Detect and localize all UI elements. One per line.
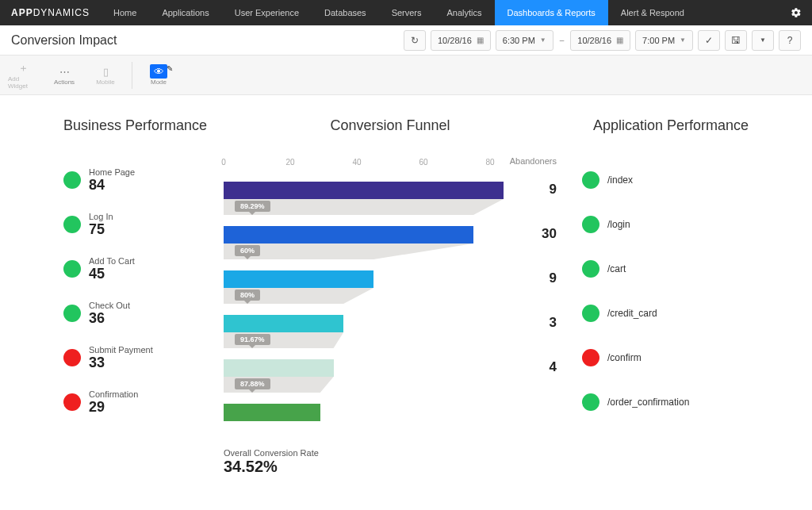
business-performance-title: Business Performance	[63, 117, 214, 134]
add-widget-label: Add Widget	[8, 75, 38, 90]
endpoint-row: /confirm	[582, 336, 749, 380]
stage-label: Submit Payment	[89, 345, 153, 355]
conversion-pct-badge: 60%	[235, 245, 260, 256]
logo-suffix: DYNAMICS	[33, 7, 90, 18]
status-dot	[63, 260, 81, 278]
gear-icon[interactable]	[780, 7, 812, 18]
funnel-stage: Log In 75	[63, 202, 214, 247]
mobile-button: ▯ Mobile	[90, 64, 121, 86]
chevron-down-icon: ▼	[760, 36, 766, 44]
actions-label: Actions	[54, 79, 75, 86]
abandoners-value: 4	[550, 359, 557, 375]
subheader: Conversion Impact ↻ 10/28/16 ▦ 6:30 PM ▼…	[0, 25, 812, 56]
start-date-picker[interactable]: 10/28/16 ▦	[431, 30, 491, 51]
start-time-picker[interactable]: 6:30 PM ▼	[496, 30, 553, 51]
application-performance-title: Application Performance	[582, 117, 749, 134]
status-dot	[582, 349, 599, 366]
refresh-button[interactable]: ↻	[404, 30, 426, 51]
more-menu-button[interactable]: ▼	[752, 30, 774, 51]
stage-value: 29	[89, 399, 138, 416]
endpoint-row: /cart	[582, 247, 749, 291]
funnel-stage: Add To Cart 45	[63, 247, 214, 291]
chevron-down-icon: ▼	[540, 36, 546, 44]
funnel-bar	[224, 226, 473, 243]
time-controls: ↻ 10/28/16 ▦ 6:30 PM ▼ – 10/28/16 ▦ 7:00…	[404, 30, 801, 51]
endpoint-row: /credit_card	[582, 291, 749, 336]
funnel-row: 80%9	[224, 259, 557, 304]
stage-label: Home Page	[89, 167, 135, 177]
endpoint-name: /confirm	[607, 352, 642, 363]
status-dot	[582, 216, 599, 233]
dashboard-toolbar: ＋ Add Widget ⋯ Actions ▯ Mobile 👁 Mode	[0, 56, 812, 95]
end-time-picker[interactable]: 7:00 PM ▼	[635, 30, 693, 51]
funnel-chart: Abandoners 89.29%960%3080%991.67%387.88%…	[224, 171, 557, 437]
conversion-pct-badge: 91.67%	[235, 334, 270, 345]
status-dot	[63, 349, 81, 366]
funnel-transition: 91.67%	[224, 332, 343, 348]
status-dot	[63, 305, 81, 322]
axis-tick: 80	[485, 158, 494, 167]
stage-value: 33	[89, 355, 153, 371]
save-icon: 🖫	[731, 35, 741, 46]
toolbar-divider	[132, 62, 132, 89]
status-dot	[63, 171, 81, 189]
nav-alert-respond[interactable]: Alert & Respond	[608, 0, 697, 25]
nav-analytics[interactable]: Analytics	[435, 0, 495, 25]
abandoners-value: 9	[550, 182, 557, 197]
mode-button[interactable]: 👁 Mode	[144, 64, 174, 86]
eye-icon: 👁	[150, 64, 167, 79]
business-performance-column: Business Performance Home Page 84 Log In…	[63, 117, 214, 476]
mode-label: Mode	[151, 79, 167, 86]
chevron-down-icon: ▼	[680, 36, 686, 44]
status-dot	[582, 260, 599, 278]
funnel-bar	[224, 315, 343, 332]
axis-tick: 40	[352, 158, 361, 167]
funnel-bar	[224, 359, 334, 377]
actions-button[interactable]: ⋯ Actions	[49, 64, 79, 86]
endpoint-row: /login	[582, 202, 749, 247]
status-dot	[63, 393, 81, 411]
funnel-row: 87.88%4	[224, 348, 557, 393]
end-date-picker[interactable]: 10/28/16 ▦	[570, 30, 630, 51]
apply-button[interactable]: ✓	[698, 30, 720, 51]
end-date-value: 10/28/16	[577, 36, 611, 45]
start-time-value: 6:30 PM	[503, 36, 535, 45]
application-performance-column: Application Performance /index /login /c…	[582, 117, 749, 476]
page-title: Conversion Impact	[11, 33, 404, 48]
nav-servers[interactable]: Servers	[379, 0, 435, 25]
nav-user-experience[interactable]: User Experience	[222, 0, 312, 25]
mobile-icon: ▯	[97, 64, 114, 79]
status-dot	[63, 216, 81, 233]
add-widget-button: ＋ Add Widget	[8, 61, 38, 90]
overall-conversion-label: Overall Conversion Rate	[224, 448, 557, 458]
funnel-bar	[224, 404, 320, 421]
help-button[interactable]: ?	[779, 30, 801, 51]
nav-databases[interactable]: Databases	[312, 0, 379, 25]
endpoint-name: /credit_card	[607, 308, 657, 319]
funnel-transition: 89.29%	[224, 199, 504, 215]
range-separator: –	[558, 36, 566, 44]
stage-label: Log In	[89, 212, 113, 221]
funnel-transition: 60%	[224, 243, 473, 259]
endpoint-name: /cart	[607, 263, 626, 274]
axis-tick: 0	[221, 158, 226, 167]
funnel-stage: Home Page 84	[63, 158, 214, 202]
funnel-stage: Check Out 36	[63, 291, 214, 336]
stage-value: 45	[89, 266, 135, 282]
nav-applications[interactable]: Applications	[149, 0, 221, 25]
abandoners-value: 3	[550, 315, 557, 331]
end-time-value: 7:00 PM	[642, 36, 675, 45]
nav-dashboards-reports[interactable]: Dashboards & Reports	[495, 0, 608, 25]
logo-prefix: APP	[11, 7, 33, 18]
plus-icon: ＋	[14, 61, 32, 75]
save-button[interactable]: 🖫	[725, 30, 747, 51]
funnel-bar	[224, 270, 373, 288]
overall-conversion-value: 34.52%	[224, 458, 557, 476]
conversion-pct-badge: 87.88%	[235, 378, 270, 389]
calendar-icon: ▦	[616, 36, 623, 44]
nav-home[interactable]: Home	[101, 0, 149, 25]
abandoners-value: 9	[550, 270, 557, 286]
funnel-stage: Submit Payment 33	[63, 336, 214, 380]
stage-label: Confirmation	[89, 389, 138, 399]
start-date-value: 10/28/16	[438, 36, 472, 45]
